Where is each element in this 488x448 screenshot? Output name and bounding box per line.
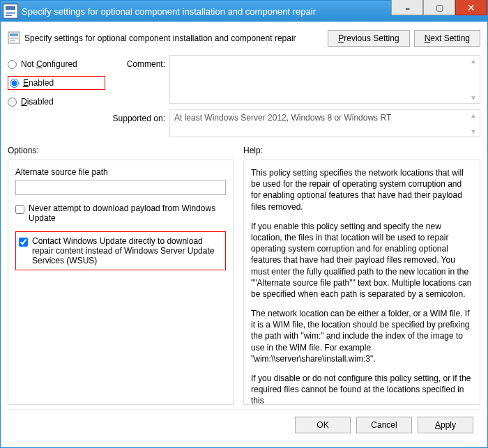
comment-label: Comment: [109,55,165,69]
policy-icon [8,31,20,46]
help-paragraph: This policy setting specifies the networ… [251,167,473,213]
svg-rect-7 [10,40,15,41]
previous-setting-button[interactable]: Previous Setting [328,30,409,47]
apply-button[interactable]: Apply [418,417,473,433]
never-download-row[interactable]: Never attempt to download payload from W… [15,203,226,223]
radio-enabled[interactable]: Enabled [10,78,54,88]
svg-rect-1 [6,6,15,10]
cancel-button[interactable]: Cancel [356,417,412,433]
help-paragraph: If you disable or do not configure this … [251,373,473,405]
contact-wu-checkbox[interactable] [19,238,28,247]
never-download-checkbox[interactable] [15,205,24,214]
radio-not-configured-input[interactable] [8,60,17,69]
never-download-label: Never attempt to download payload from W… [29,203,226,223]
header-description: Specify settings for optional component … [24,33,323,43]
radio-disabled-input[interactable] [8,98,17,107]
maximize-button[interactable] [423,0,455,15]
options-panel: Alternate source file path Never attempt… [8,160,234,405]
footer-buttons: OK Cancel Apply [8,409,480,440]
help-paragraph: The network location can be either a fol… [251,308,473,364]
help-panel[interactable]: This policy setting specifies the networ… [243,160,480,405]
radio-disabled-label: Disabled [21,97,54,107]
ok-button[interactable]: OK [295,417,351,433]
radio-not-configured-label: Not Configured [21,59,77,69]
next-setting-button[interactable]: Next Setting [414,30,480,47]
close-button[interactable] [455,0,487,15]
scroll-arrows-icon: ▲▼ [468,57,478,102]
comment-textarea[interactable]: ▲▼ [169,55,480,104]
header-row: Specify settings for optional component … [8,27,480,51]
svg-rect-0 [3,4,18,19]
radio-enabled-input[interactable] [10,79,19,88]
options-label: Options: [8,146,234,155]
contact-wu-highlight: Contact Windows Update directly to downl… [15,231,226,270]
supported-on-text: At least Windows Server 2012, Windows 8 … [174,113,391,123]
svg-rect-3 [6,15,12,16]
alt-path-label: Alternate source file path [15,167,226,177]
svg-rect-2 [6,13,15,14]
svg-rect-6 [10,38,18,39]
help-paragraph: If you enable this policy setting and sp… [251,221,473,300]
window-frame: Specify settings for optional component … [0,0,488,448]
alt-path-input[interactable] [15,180,226,195]
help-label: Help: [243,146,263,155]
app-icon [1,1,20,21]
svg-rect-5 [10,33,18,36]
scroll-arrows-icon: ▲▼ [468,111,478,135]
titlebar[interactable]: Specify settings for optional component … [1,1,487,22]
radio-disabled[interactable]: Disabled [8,97,105,107]
state-radio-group: Not Configured Enabled Disabled [8,55,105,107]
radio-enabled-label: Enabled [23,78,54,88]
supported-on-label: Supported on: [109,109,165,123]
supported-on-box: At least Windows Server 2012, Windows 8 … [169,109,480,137]
window-title: Specify settings for optional component … [20,6,391,17]
radio-not-configured[interactable]: Not Configured [8,59,105,69]
minimize-button[interactable] [391,0,423,15]
contact-wu-row[interactable]: Contact Windows Update directly to downl… [19,236,221,265]
radio-enabled-highlight: Enabled [8,76,105,90]
contact-wu-label: Contact Windows Update directly to downl… [32,236,221,265]
